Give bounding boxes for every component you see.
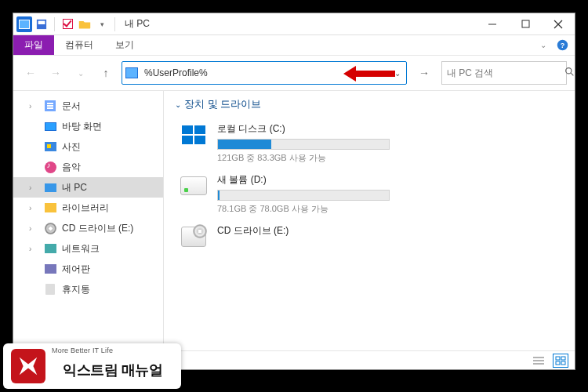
storage-bar	[217, 139, 390, 150]
sidebar-item-lib[interactable]: ›라이브러리	[13, 198, 163, 218]
ribbon-expand-icon[interactable]: ⌄	[537, 35, 550, 55]
titlebar: ▾ 내 PC	[13, 13, 575, 35]
help-button[interactable]: ?	[550, 35, 575, 55]
sidebar-item-ctrl[interactable]: 제어판	[13, 259, 163, 279]
save-qa-icon[interactable]	[34, 16, 49, 32]
expand-chevron-icon[interactable]: ›	[29, 245, 38, 253]
sidebar-item-label: 음악	[62, 161, 81, 174]
forward-button[interactable]: →	[46, 64, 65, 82]
content-pane: ⌄ 장치 및 드라이브 로컬 디스크 (C:)121GB 중 83.3GB 사용…	[164, 91, 575, 350]
hdd-drive-icon	[180, 176, 207, 195]
search-box[interactable]	[441, 61, 567, 85]
expand-chevron-icon[interactable]: ›	[29, 102, 38, 111]
address-history-dropdown[interactable]: ⌄	[389, 69, 406, 78]
separator	[114, 17, 115, 31]
svg-rect-17	[561, 361, 565, 365]
sidebar-item-label: 라이브러리	[62, 201, 109, 215]
pic-icon	[43, 140, 57, 153]
cd-drive-icon	[181, 227, 206, 247]
storage-bar	[217, 190, 390, 201]
net-icon	[43, 242, 57, 255]
recent-dropdown[interactable]: ⌄	[71, 64, 90, 82]
minimize-button[interactable]	[476, 13, 509, 34]
trash-icon	[43, 283, 57, 296]
desk-icon	[43, 120, 57, 132]
sidebar-item-label: 바탕 화면	[62, 120, 102, 133]
search-icon[interactable]	[564, 67, 575, 79]
expand-chevron-icon[interactable]: ›	[29, 183, 38, 192]
music-icon	[43, 161, 57, 173]
navigation-bar: ← → ⌄ ↑ ⌄ →	[13, 56, 575, 90]
menu-file[interactable]: 파일	[13, 35, 54, 55]
svg-rect-16	[556, 361, 560, 365]
separator	[54, 17, 55, 31]
explorer-window: ▾ 내 PC 파일 컴퓨터 보기 ⌄ ? ← → ⌄ ↑ ⌄	[13, 13, 575, 370]
folder-qa-icon[interactable]	[77, 16, 93, 32]
large-icons-view-button[interactable]	[553, 354, 568, 368]
drive-item[interactable]: 로컬 디스크 (C:)121GB 중 83.3GB 사용 가능	[175, 118, 564, 169]
sidebar-item-label: CD 드라이브 (E:)	[62, 222, 133, 235]
sidebar-item-cd[interactable]: ›CD 드라이브 (E:)	[13, 218, 163, 238]
window-title: 내 PC	[122, 17, 476, 31]
sidebar-item-desk[interactable]: 바탕 화면	[13, 116, 163, 136]
chevron-down-icon: ⌄	[175, 100, 181, 109]
section-title: 장치 및 드라이브	[184, 97, 261, 111]
sidebar-item-label: 문서	[62, 100, 81, 113]
sidebar-item-docs[interactable]: ›문서	[13, 96, 163, 116]
address-input[interactable]	[141, 66, 389, 80]
properties-checked-icon[interactable]	[60, 16, 75, 32]
sidebar-item-pic[interactable]: 사진	[13, 136, 163, 157]
ctrl-icon	[43, 263, 57, 275]
drive-subtitle: 78.1GB 중 78.0GB 사용 가능	[217, 203, 561, 215]
menubar: 파일 컴퓨터 보기 ⌄ ?	[13, 35, 575, 56]
menu-view[interactable]: 보기	[104, 35, 145, 55]
quick-access-toolbar: ▾	[13, 16, 122, 32]
svg-point-9	[566, 68, 572, 74]
sidebar-item-label: 내 PC	[62, 181, 87, 194]
drive-title[interactable]: 로컬 디스크 (C:)	[217, 122, 561, 136]
docs-icon	[43, 100, 57, 112]
sidebar-item-label: 휴지통	[62, 283, 90, 296]
search-input[interactable]	[447, 67, 564, 78]
address-bar[interactable]: ⌄	[122, 61, 407, 85]
drive-item[interactable]: CD 드라이브 (E:)	[175, 220, 564, 254]
svg-text:?: ?	[560, 42, 564, 49]
expand-chevron-icon[interactable]: ›	[29, 204, 38, 212]
address-location-icon	[122, 67, 141, 78]
drive-title[interactable]: CD 드라이브 (E:)	[217, 224, 561, 238]
sidebar-item-pc[interactable]: ›내 PC	[13, 177, 163, 198]
cd-icon	[43, 222, 57, 234]
drive-subtitle: 121GB 중 83.3GB 사용 가능	[217, 152, 561, 164]
watermark-logo: More Better IT Life 익스트림 매뉴얼	[3, 343, 181, 389]
details-view-button[interactable]	[531, 354, 546, 368]
qa-dropdown-icon[interactable]: ▾	[94, 16, 110, 32]
svg-rect-1	[38, 20, 45, 24]
close-button[interactable]	[542, 13, 575, 34]
sidebar-item-net[interactable]: ›네트워크	[13, 238, 163, 259]
drive-item[interactable]: 새 볼륨 (D:)78.1GB 중 78.0GB 사용 가능	[175, 169, 564, 220]
svg-rect-14	[556, 357, 560, 360]
windows-drive-icon	[180, 124, 207, 146]
sidebar-item-music[interactable]: 음악	[13, 157, 163, 177]
logo-name: 익스트림 매뉴얼	[52, 354, 173, 386]
monitor-icon	[16, 16, 32, 32]
svg-rect-15	[561, 357, 565, 360]
navigation-pane: ›문서바탕 화면사진음악›내 PC›라이브러리›CD 드라이브 (E:)›네트워…	[13, 91, 164, 350]
lib-icon	[43, 201, 57, 214]
sidebar-item-label: 네트워크	[62, 242, 100, 256]
menu-computer[interactable]: 컴퓨터	[54, 35, 104, 55]
back-button[interactable]: ←	[21, 64, 40, 82]
expand-chevron-icon[interactable]: ›	[29, 224, 38, 233]
logo-tagline: More Better IT Life	[52, 347, 173, 354]
sidebar-item-label: 제어판	[62, 263, 90, 276]
sidebar-item-label: 사진	[62, 140, 81, 154]
maximize-button[interactable]	[509, 13, 542, 34]
svg-line-10	[571, 73, 573, 75]
pc-icon	[43, 181, 57, 194]
go-refresh-button[interactable]: →	[413, 62, 435, 84]
section-devices-drives[interactable]: ⌄ 장치 및 드라이브	[175, 97, 564, 111]
up-button[interactable]: ↑	[96, 64, 115, 82]
sidebar-item-trash[interactable]: 휴지통	[13, 279, 163, 299]
logo-badge-icon	[11, 349, 45, 383]
drive-title[interactable]: 새 볼륨 (D:)	[217, 173, 561, 187]
